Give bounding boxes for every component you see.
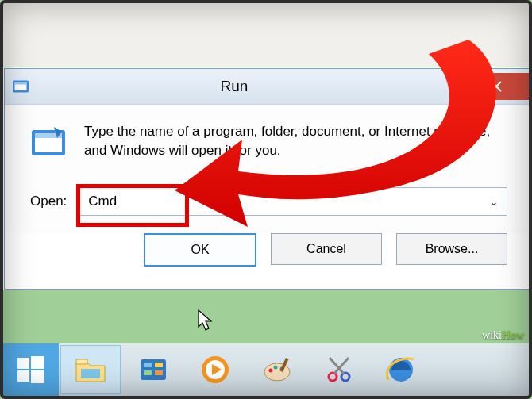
svg-rect-11 (81, 369, 100, 378)
svg-rect-10 (76, 359, 87, 364)
ok-button[interactable]: OK (144, 233, 256, 267)
close-icon (490, 80, 503, 93)
run-title-icon (13, 80, 29, 93)
svg-point-21 (274, 366, 278, 370)
open-label: Open: (30, 194, 67, 209)
svg-point-19 (264, 363, 290, 381)
run-dialog: Run Type the name of a program, folder, … (4, 68, 532, 290)
dialog-description: Type the name of a program, folder, docu… (84, 122, 507, 160)
control-panel-icon (136, 353, 171, 386)
taskbar-item-control-panel[interactable] (124, 346, 183, 393)
svg-rect-7 (31, 356, 44, 369)
paint-icon (260, 353, 295, 386)
svg-rect-12 (141, 359, 166, 380)
windows-logo-icon (17, 356, 44, 383)
cancel-button[interactable]: Cancel (271, 233, 382, 265)
svg-rect-9 (31, 370, 44, 383)
watermark: wikiHow (482, 329, 524, 342)
mouse-cursor (197, 309, 214, 332)
taskbar-item-snipping-tool[interactable] (310, 346, 368, 393)
taskbar-item-paint[interactable] (248, 346, 306, 393)
svg-rect-13 (144, 363, 152, 367)
button-row: OK Cancel Browse... (5, 233, 532, 289)
taskbar-item-file-explorer[interactable] (60, 345, 121, 394)
background-band (3, 3, 529, 67)
run-icon (30, 125, 67, 159)
start-button[interactable] (3, 343, 59, 396)
svg-rect-6 (17, 358, 29, 369)
media-player-icon (198, 353, 233, 386)
svg-rect-16 (155, 370, 163, 375)
svg-rect-15 (144, 370, 152, 375)
taskbar-item-media-player[interactable] (186, 346, 245, 393)
scissors-icon (322, 353, 357, 386)
open-value: Cmd (88, 194, 117, 209)
dialog-title: Run (37, 78, 432, 95)
ie-icon (384, 353, 418, 386)
close-button[interactable] (464, 73, 529, 100)
svg-rect-14 (155, 363, 163, 367)
browse-button[interactable]: Browse... (396, 233, 507, 265)
folder-icon (73, 353, 108, 386)
chevron-down-icon: ⌄ (489, 195, 499, 208)
open-combobox[interactable]: Cmd ⌄ (79, 187, 507, 216)
title-bar[interactable]: Run (5, 69, 532, 105)
taskbar-item-ie[interactable] (372, 346, 430, 393)
svg-rect-2 (15, 82, 27, 85)
svg-point-20 (269, 369, 273, 373)
svg-rect-8 (17, 370, 29, 382)
taskbar (3, 343, 529, 396)
